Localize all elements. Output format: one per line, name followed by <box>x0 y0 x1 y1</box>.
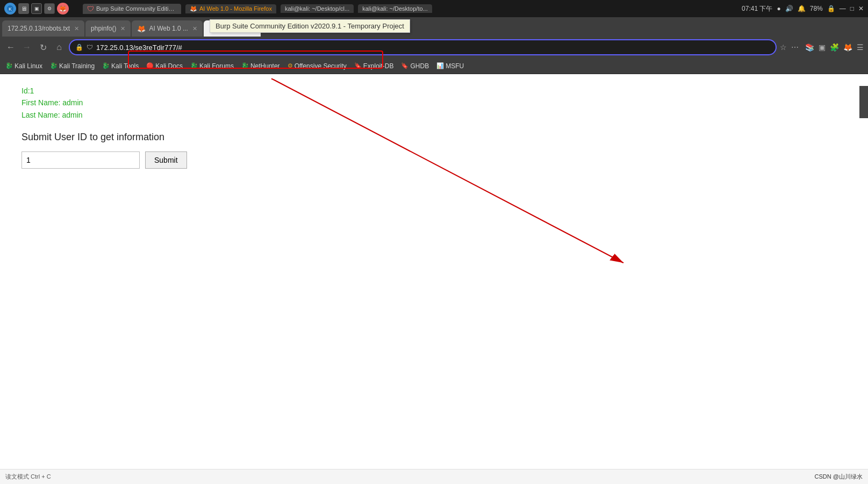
red-arrow-annotation <box>0 74 868 407</box>
kali-linux-icon: 🐉 <box>5 62 13 69</box>
tab-robots[interactable]: 172.25.0.13/robots.txt ✕ <box>2 20 84 37</box>
bookmark-kali-docs-label: Kali Docs <box>155 62 183 70</box>
tab-phpinfo1[interactable]: phpinfo() ✕ <box>85 20 131 37</box>
reload-button[interactable]: ↻ <box>37 41 49 54</box>
forward-button[interactable]: → <box>20 41 33 54</box>
address-bar: ← → ↻ ⌂ 🔒 🛡 ☆ ⋯ 📚 ▣ 🧩 🦊 ☰ <box>0 37 868 58</box>
kali-forums-icon: 🐉 <box>190 62 198 69</box>
address-input-wrap[interactable]: 🔒 🛡 <box>69 39 777 55</box>
user-firstname-line: First Name: admin <box>21 97 847 109</box>
kali-tools-icon: 🐉 <box>102 62 110 69</box>
firefox-icon[interactable]: 🦊 <box>843 43 852 52</box>
title-bar: K 🖥 ▣ ⚙ 🦊 🛡 Burp Suite Community Edition… <box>0 0 868 17</box>
firefox-app-icon[interactable]: 🦊 <box>57 3 69 15</box>
extensions-icon[interactable]: 🧩 <box>830 43 839 52</box>
exploit-db-icon: 🔖 <box>354 62 362 69</box>
terminal-app-icon[interactable]: ▣ <box>31 3 42 14</box>
notification-icon: 🔔 <box>798 5 806 12</box>
form-row: Submit <box>21 151 847 169</box>
clock: 07:41 下午 <box>742 4 772 13</box>
nethunter-icon: 🐉 <box>241 62 249 69</box>
status-left-text: 读文模式 Ctrl + C <box>5 473 51 481</box>
bookmarks-bar: 🐉 Kali Linux 🐉 Kali Training 🐉 Kali Tool… <box>0 58 868 74</box>
user-id-input[interactable] <box>21 151 140 169</box>
bookmark-ghdb[interactable]: 🔖 GHDB <box>401 62 429 70</box>
home-button[interactable]: ⌂ <box>53 41 66 54</box>
bookmark-kali-linux-label: Kali Linux <box>15 62 42 70</box>
network-icon: ● <box>777 5 780 12</box>
lock-icon: 🔒 <box>75 44 83 51</box>
offensive-security-icon: ⚙ <box>288 62 293 69</box>
tab-burpsuite-title[interactable]: 🛡 Burp Suite Community Edition v2020.9.1… <box>83 4 181 14</box>
system-tray: 07:41 下午 ● 🔊 🔔 78% 🔒 — □ ✕ <box>742 4 864 13</box>
title-bar-app-icons: K 🖥 ▣ ⚙ 🦊 <box>4 3 69 15</box>
address-right-icons: ☆ ⋯ <box>780 43 799 52</box>
window-minimize[interactable]: — <box>840 5 846 12</box>
tab-robots-label: 172.25.0.13/robots.txt <box>8 25 70 32</box>
tab-phpinfo1-close[interactable]: ✕ <box>120 25 125 32</box>
tab-aiweb-close[interactable]: ✕ <box>192 25 197 32</box>
bookmark-nethunter[interactable]: 🐉 NetHunter <box>241 62 280 70</box>
sidebar-toggle-icon[interactable]: ▣ <box>819 43 826 52</box>
files-app-icon[interactable]: 🖥 <box>18 3 29 14</box>
lock-icon: 🔒 <box>827 5 835 12</box>
msfu-icon: 📊 <box>436 62 444 69</box>
bookmark-offensive-security-label: Offensive Security <box>295 62 347 70</box>
tab-aiweb-label: AI Web 1.0 ... <box>149 25 188 32</box>
window-maximize[interactable]: □ <box>850 5 854 12</box>
bookmark-exploit-db-label: Exploit-DB <box>363 62 394 70</box>
more-options-icon[interactable]: ⋯ <box>791 43 799 52</box>
settings-app-icon[interactable]: ⚙ <box>44 3 55 14</box>
library-icon[interactable]: 📚 <box>805 43 814 52</box>
tab-aiweb[interactable]: 🦊 AI Web 1.0 ... ✕ <box>132 20 202 37</box>
tab-phpinfo1-label: phpinfo() <box>91 25 116 32</box>
csdn-watermark: CSDN @山川绿水 <box>815 473 863 481</box>
ghdb-icon: 🔖 <box>401 62 408 69</box>
bookmark-kali-forums[interactable]: 🐉 Kali Forums <box>190 62 234 70</box>
user-id-line: Id:1 <box>21 85 847 97</box>
shield-icon: 🛡 <box>87 44 93 51</box>
bookmark-star-icon[interactable]: ☆ <box>780 43 787 52</box>
bookmark-kali-linux[interactable]: 🐉 Kali Linux <box>5 62 42 70</box>
kali-app-icon[interactable]: K <box>4 3 16 15</box>
kali-terminal-title1[interactable]: kali@kali: ~/Desktop/cl... <box>281 4 354 13</box>
user-id-form: Submit User ID to get information Submit <box>21 132 847 169</box>
burp-tooltip: Burp Suite Community Edition v2020.9.1 -… <box>210 19 410 33</box>
bookmark-nethunter-label: NetHunter <box>250 62 280 70</box>
hamburger-menu-icon[interactable]: ☰ <box>857 43 864 52</box>
svg-text:K: K <box>9 6 12 12</box>
battery-label: 78% <box>810 5 823 12</box>
user-info-section: Id:1 First Name: admin Last Name: admin <box>21 85 847 121</box>
bookmark-kali-tools[interactable]: 🐉 Kali Tools <box>102 62 139 70</box>
bookmark-kali-docs[interactable]: 🔴 Kali Docs <box>146 62 183 70</box>
toolbar-icons: 📚 ▣ 🧩 🦊 ☰ <box>805 43 864 52</box>
bookmark-exploit-db[interactable]: 🔖 Exploit-DB <box>354 62 394 70</box>
bookmark-msfu-label: MSFU <box>446 62 464 70</box>
bookmark-kali-training[interactable]: 🐉 Kali Training <box>50 62 95 70</box>
bookmark-ghdb-label: GHDB <box>410 62 429 70</box>
bookmark-offensive-security[interactable]: ⚙ Offensive Security <box>288 62 347 70</box>
tab-firefox-title[interactable]: 🦊 AI Web 1.0 - Mozilla Firefox <box>185 4 276 13</box>
kali-training-icon: 🐉 <box>50 62 58 69</box>
tab-robots-close[interactable]: ✕ <box>74 25 79 32</box>
status-bar: 读文模式 Ctrl + C CSDN @山川绿水 <box>0 469 868 484</box>
user-lastname-line: Last Name: admin <box>21 109 847 121</box>
submit-button[interactable]: Submit <box>145 151 187 169</box>
volume-icon: 🔊 <box>785 5 793 12</box>
address-input[interactable] <box>96 44 770 52</box>
kali-terminal-title2[interactable]: kali@kali: ~/Desktop/to... <box>358 4 432 13</box>
window-close[interactable]: ✕ <box>858 5 864 12</box>
bookmark-kali-forums-label: Kali Forums <box>199 62 234 70</box>
page-content: Id:1 First Name: admin Last Name: admin … <box>0 74 868 407</box>
bookmark-kali-tools-label: Kali Tools <box>111 62 139 70</box>
form-title: Submit User ID to get information <box>21 132 847 143</box>
scrollbar[interactable] <box>859 86 868 118</box>
status-bar-right: CSDN @山川绿水 <box>815 473 863 481</box>
bookmark-kali-training-label: Kali Training <box>59 62 95 70</box>
back-button[interactable]: ← <box>4 41 17 54</box>
bookmark-msfu[interactable]: 📊 MSFU <box>436 62 464 70</box>
tabs-bar: 172.25.0.13/robots.txt ✕ phpinfo() ✕ 🦊 A… <box>0 17 868 37</box>
firefox-tab-icon: 🦊 <box>137 25 146 33</box>
kali-docs-icon: 🔴 <box>146 62 154 69</box>
